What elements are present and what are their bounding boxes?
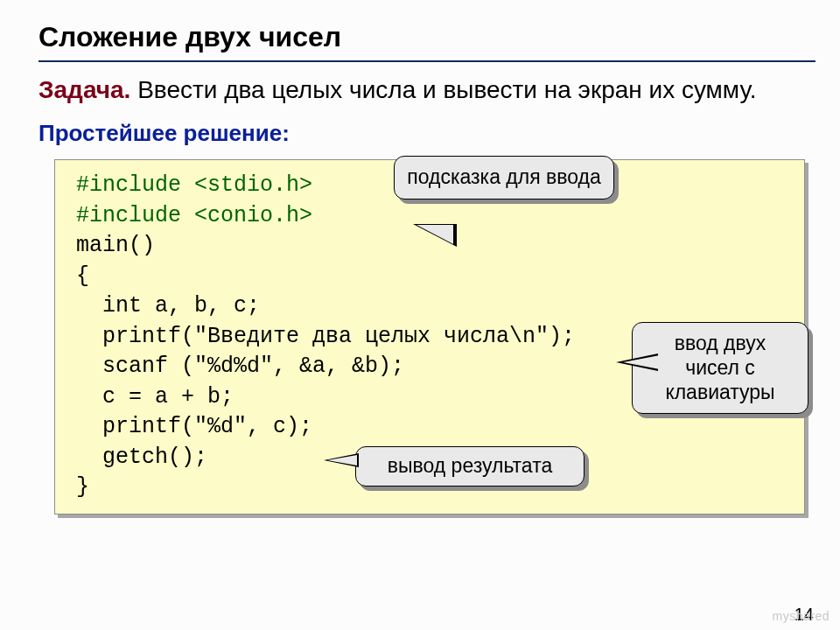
- slide-title: Сложение двух чисел: [38, 21, 816, 53]
- code-line-2a: #include: [76, 203, 194, 228]
- code-line-9: printf("%d", c);: [76, 414, 312, 439]
- code-line-1a: #include: [76, 172, 194, 198]
- task-label: Задача.: [38, 76, 130, 103]
- solution-label: Простейшее решение:: [38, 120, 816, 147]
- code-line-6: printf("Введите два целых числа\n");: [76, 324, 575, 349]
- code-line-1b: <stdio.h>: [194, 172, 312, 198]
- watermark: myshared: [773, 609, 830, 623]
- code-line-11: }: [76, 474, 89, 500]
- code-line-8: c = a + b;: [76, 384, 234, 410]
- task-text: Ввести два целых числа и вывести на экра…: [130, 76, 756, 103]
- code-stage: #include <stdio.h> #include <conio.h> ma…: [54, 159, 805, 514]
- code-line-4: {: [76, 263, 89, 289]
- code-line-3: main(): [76, 233, 155, 258]
- callout-hint-tail-fill: [416, 225, 453, 244]
- task-paragraph: Задача. Ввести два целых числа и вывести…: [38, 74, 816, 106]
- callout-output-tail-fill: [327, 455, 357, 466]
- code-line-5: int a, b, c;: [76, 293, 260, 318]
- title-divider: [38, 60, 816, 62]
- callout-hint: подсказка для ввода: [394, 156, 614, 200]
- callout-output: вывод результата: [355, 446, 584, 486]
- callout-input-tail-fill: [623, 355, 660, 369]
- code-line-7: scanf ("%d%d", &a, &b);: [76, 354, 404, 379]
- code-line-2b: <conio.h>: [194, 203, 312, 228]
- code-line-10: getch();: [76, 444, 207, 470]
- slide: Сложение двух чисел Задача. Ввести два ц…: [0, 0, 840, 630]
